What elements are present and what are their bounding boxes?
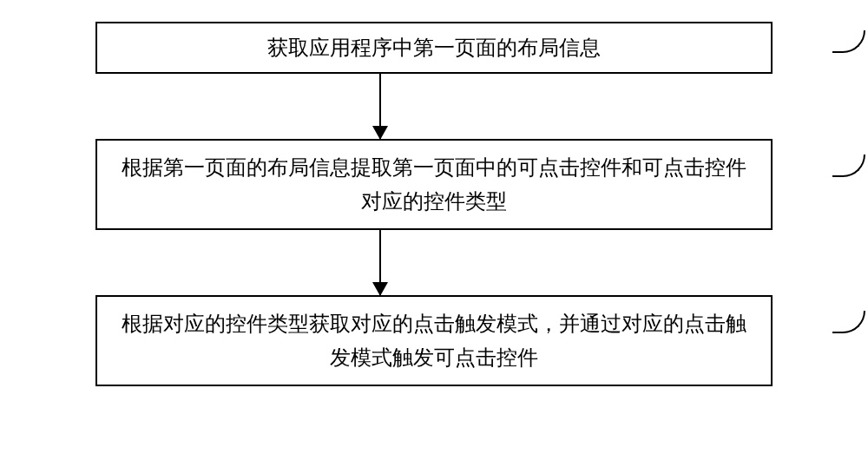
connector-curve	[832, 30, 865, 53]
flowchart-step-3: 根据对应的控件类型获取对应的点击触发模式，并通过对应的点击触发模式触发可点击控件…	[35, 295, 833, 386]
flowchart-step-1: 获取应用程序中第一页面的布局信息 S101	[35, 22, 833, 74]
flowchart-step-2: 根据第一页面的布局信息提取第一页面中的可点击控件和可点击控件对应的控件类型 S1…	[35, 139, 833, 230]
arrow-head-icon	[372, 126, 388, 140]
flowchart-arrow	[0, 230, 833, 295]
connector-curve	[832, 155, 865, 177]
flowchart-diagram: 获取应用程序中第一页面的布局信息 S101 根据第一页面的布局信息提取第一页面中…	[0, 0, 868, 467]
arrow-head-icon	[372, 282, 388, 296]
step-box: 根据对应的控件类型获取对应的点击触发模式，并通过对应的点击触发模式触发可点击控件	[95, 295, 773, 386]
flowchart-arrow	[0, 74, 833, 139]
step-text: 获取应用程序中第一页面的布局信息	[267, 31, 601, 64]
connector-curve	[832, 311, 865, 333]
step-text: 根据第一页面的布局信息提取第一页面中的可点击控件和可点击控件对应的控件类型	[115, 151, 753, 218]
step-box: 获取应用程序中第一页面的布局信息	[95, 22, 773, 74]
step-box: 根据第一页面的布局信息提取第一页面中的可点击控件和可点击控件对应的控件类型	[95, 139, 773, 230]
step-text: 根据对应的控件类型获取对应的点击触发模式，并通过对应的点击触发模式触发可点击控件	[115, 307, 753, 374]
